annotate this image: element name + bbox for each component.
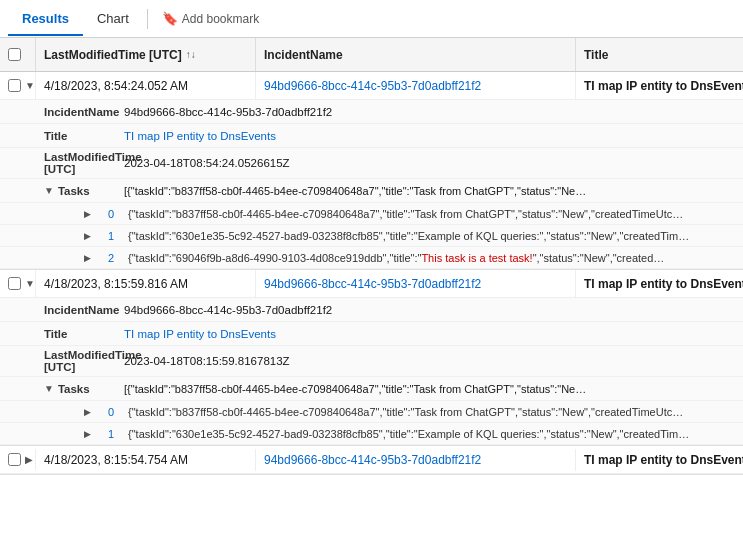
th-title: Title — [576, 38, 743, 71]
task-value: {"taskId":"b837ff58-cb0f-4465-b4ee-c7098… — [128, 406, 743, 418]
tabs-bar: Results Chart 🔖 Add bookmark — [0, 0, 743, 38]
task-item-expander[interactable]: ▶ — [80, 429, 104, 439]
row3-expander[interactable]: ▶ — [25, 454, 33, 465]
task-sub-row: ▶ 1 {"taskId":"630e1e35-5c92-4527-bad9-0… — [0, 225, 743, 247]
detail-value: 2023-04-18T08:15:59.8167813Z — [116, 352, 743, 370]
th-incident: IncidentName — [256, 38, 576, 71]
table-row: ▼ 4/18/2023, 8:15:59.816 AM 94bd9666-8bc… — [0, 270, 743, 298]
row-group-1: ▼ 4/18/2023, 8:54:24.052 AM 94bd9666-8bc… — [0, 72, 743, 270]
row1-check-cell: ▼ — [0, 72, 36, 99]
detail-value: 2023-04-18T08:54:24.0526615Z — [116, 154, 743, 172]
tasks-row: ▼ Tasks [{"taskId":"b837ff58-cb0f-4465-b… — [0, 377, 743, 401]
row3-time: 4/18/2023, 8:15:54.754 AM — [36, 449, 256, 471]
detail-row: IncidentName 94bd9666-8bcc-414c-95b3-7d0… — [0, 100, 743, 124]
row1-expander[interactable]: ▼ — [25, 80, 35, 91]
detail-row: Title TI map IP entity to DnsEvents — [0, 124, 743, 148]
task-value: {"taskId":"630e1e35-5c92-4527-bad9-03238… — [128, 428, 743, 440]
task-item-expander[interactable]: ▶ — [80, 209, 104, 219]
task-sub-row: ▶ 2 {"taskId":"69046f9b-a8d6-4990-9103-4… — [0, 247, 743, 269]
row-group-2: ▼ 4/18/2023, 8:15:59.816 AM 94bd9666-8bc… — [0, 270, 743, 446]
th-time-label: LastModifiedTime [UTC] — [44, 48, 182, 62]
detail-value: TI map IP entity to DnsEvents — [116, 127, 743, 145]
task-index: 0 — [104, 406, 128, 418]
row2-time: 4/18/2023, 8:15:59.816 AM — [36, 270, 256, 297]
table-row: ▶ 4/18/2023, 8:15:54.754 AM 94bd9666-8bc… — [0, 446, 743, 474]
task-item-expander[interactable]: ▶ — [80, 231, 104, 241]
task-sub-row: ▶ 0 {"taskId":"b837ff58-cb0f-4465-b4ee-c… — [0, 401, 743, 423]
bookmark-label: Add bookmark — [182, 12, 259, 26]
th-time[interactable]: LastModifiedTime [UTC] ↑↓ — [36, 38, 256, 71]
row3-title: TI map IP entity to DnsEvents — [576, 449, 743, 471]
detail-row: LastModifiedTime [UTC] 2023-04-18T08:54:… — [0, 148, 743, 179]
tab-chart[interactable]: Chart — [83, 3, 143, 36]
row1-incident: 94bd9666-8bcc-414c-95b3-7d0adbff21f2 — [256, 72, 576, 99]
detail-key: Title — [36, 127, 116, 145]
row2-title: TI map IP entity to DnsEvents — [576, 270, 743, 297]
tasks-expander[interactable]: ▼ — [44, 383, 54, 394]
row-group-3: ▶ 4/18/2023, 8:15:54.754 AM 94bd9666-8bc… — [0, 446, 743, 475]
detail-value: 94bd9666-8bcc-414c-95b3-7d0adbff21f2 — [116, 103, 743, 121]
task-index: 0 — [104, 208, 128, 220]
tasks-row: ▼ Tasks [{"taskId":"b837ff58-cb0f-4465-b… — [0, 179, 743, 203]
row1-title: TI map IP entity to DnsEvents — [576, 72, 743, 99]
task-index: 2 — [104, 252, 128, 264]
task-index: 1 — [104, 230, 128, 242]
task-item-expander[interactable]: ▶ — [80, 253, 104, 263]
task-index: 1 — [104, 428, 128, 440]
th-incident-label: IncidentName — [264, 48, 343, 62]
tasks-label: Tasks — [58, 383, 90, 395]
task-sub-row: ▶ 0 {"taskId":"b837ff58-cb0f-4465-b4ee-c… — [0, 203, 743, 225]
detail-key: LastModifiedTime [UTC] — [36, 346, 116, 376]
tasks-label: Tasks — [58, 185, 90, 197]
add-bookmark-button[interactable]: 🔖 Add bookmark — [152, 7, 269, 30]
row1-time: 4/18/2023, 8:54:24.052 AM — [36, 72, 256, 99]
detail-key: IncidentName — [36, 301, 116, 319]
tasks-expander[interactable]: ▼ — [44, 185, 54, 196]
tasks-header[interactable]: ▼ Tasks — [36, 182, 116, 200]
table-row: ▼ 4/18/2023, 8:54:24.052 AM 94bd9666-8bc… — [0, 72, 743, 100]
row2-details: IncidentName 94bd9666-8bcc-414c-95b3-7d0… — [0, 298, 743, 445]
table-body: ▼ 4/18/2023, 8:54:24.052 AM 94bd9666-8bc… — [0, 72, 743, 538]
highlight-text: This task is a test task! — [421, 252, 532, 264]
task-value: {"taskId":"b837ff58-cb0f-4465-b4ee-c7098… — [128, 208, 743, 220]
detail-row: LastModifiedTime [UTC] 2023-04-18T08:15:… — [0, 346, 743, 377]
detail-key: IncidentName — [36, 103, 116, 121]
tasks-summary: [{"taskId":"b837ff58-cb0f-4465-b4ee-c709… — [116, 182, 743, 200]
detail-value: 94bd9666-8bcc-414c-95b3-7d0adbff21f2 — [116, 301, 743, 319]
task-value: {"taskId":"630e1e35-5c92-4527-bad9-03238… — [128, 230, 743, 242]
row2-incident: 94bd9666-8bcc-414c-95b3-7d0adbff21f2 — [256, 270, 576, 297]
row3-incident: 94bd9666-8bcc-414c-95b3-7d0adbff21f2 — [256, 449, 576, 471]
task-value: {"taskId":"69046f9b-a8d6-4990-9103-4d08c… — [128, 252, 743, 264]
table-header: LastModifiedTime [UTC] ↑↓ IncidentName T… — [0, 38, 743, 72]
detail-value: TI map IP entity to DnsEvents — [116, 325, 743, 343]
row2-checkbox[interactable] — [8, 277, 21, 290]
row1-checkbox[interactable] — [8, 79, 21, 92]
task-sub-row: ▶ 1 {"taskId":"630e1e35-5c92-4527-bad9-0… — [0, 423, 743, 445]
th-title-label: Title — [584, 48, 608, 62]
select-all-checkbox[interactable] — [8, 48, 21, 61]
row3-check-cell: ▶ — [0, 449, 36, 470]
detail-key: Title — [36, 325, 116, 343]
tab-divider — [147, 9, 148, 29]
row2-expander[interactable]: ▼ — [25, 278, 35, 289]
task-item-expander[interactable]: ▶ — [80, 407, 104, 417]
row2-check-cell: ▼ — [0, 270, 36, 297]
sort-icons: ↑↓ — [186, 49, 196, 60]
bookmark-icon: 🔖 — [162, 11, 178, 26]
tasks-header[interactable]: ▼ Tasks — [36, 380, 116, 398]
row1-details: IncidentName 94bd9666-8bcc-414c-95b3-7d0… — [0, 100, 743, 269]
tasks-summary: [{"taskId":"b837ff58-cb0f-4465-b4ee-c709… — [116, 380, 743, 398]
tab-results[interactable]: Results — [8, 3, 83, 36]
th-checkbox — [0, 38, 36, 71]
detail-row: IncidentName 94bd9666-8bcc-414c-95b3-7d0… — [0, 298, 743, 322]
detail-row: Title TI map IP entity to DnsEvents — [0, 322, 743, 346]
detail-key: LastModifiedTime [UTC] — [36, 148, 116, 178]
row3-checkbox[interactable] — [8, 453, 21, 466]
